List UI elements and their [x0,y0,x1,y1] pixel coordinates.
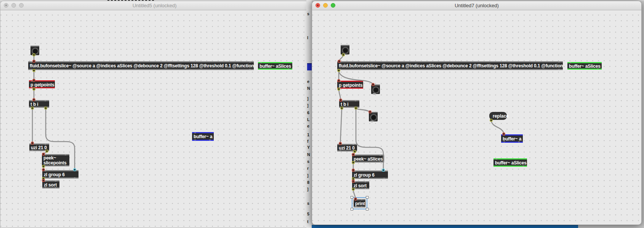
console-text-fragment: ] [307,173,309,178]
console-text-fragment: ] [307,103,309,108]
selection-handle[interactable] [366,208,368,210]
patcher-window-untitled7: Untitled7 (unlocked) fluid.bufonsetslice… [312,1,642,225]
console-text-fragment: t [307,219,309,224]
object-box-zl-group[interactable]: zl group 6 [352,171,388,179]
patcher-canvas[interactable]: fluid.bufonsetslice~ @source a @indices … [312,10,641,225]
console-text-fragment: Y [307,145,310,150]
patch-cord[interactable] [491,120,504,134]
object-box-peek-aslices[interactable]: peek~ aSlices [352,155,384,163]
peek-line2: slicepoints [43,160,66,166]
patch-cord[interactable] [353,151,355,155]
patch-cord[interactable] [339,54,343,61]
object-box-uzi[interactable]: uzi 21 0 [337,144,357,151]
window-title: Untitled7 (unlocked) [312,3,641,8]
console-text-fragment: l [307,35,308,40]
bang-circle-icon [32,48,39,55]
peek-line1: peek~ [43,155,56,161]
bang-button[interactable] [371,85,380,94]
console-text-fragment: e [307,79,309,84]
console-text-fragment: ] [307,96,309,101]
patcher-canvas[interactable]: fluid.bufonsetslice~ @source a @indices … [0,10,309,228]
console-text-fragment: 5 [307,212,309,216]
object-box-buffer-aslices[interactable]: buffer~ aSlices [258,62,292,70]
titlebar[interactable]: Untitled5 (unlocked) [0,1,309,10]
object-box-zl-sort[interactable]: zl sort [352,181,369,189]
object-box-p-getpoints[interactable]: p getpoints [337,81,363,89]
console-text-fragment: e [307,124,309,128]
bang-circle-icon [372,86,380,94]
object-box-fluid-bufonsetslice[interactable]: fluid.bufonsetslice~ @source a @indices … [337,61,563,70]
console-text-fragment: 8 [307,180,309,185]
background-window-blue-bar [307,225,578,228]
bang-circle-icon [342,47,349,54]
console-text-fragment: f [307,139,309,143]
object-box-uzi[interactable]: uzi 21 0 [29,143,49,151]
console-window-sliver: sleN]]6Le1fYNsr]8]s5t [306,0,312,228]
selection-handle[interactable] [366,196,368,199]
console-text-fragment: 6 [307,110,309,115]
object-box-print[interactable]: print [354,199,365,207]
selection-frame[interactable]: print [352,197,367,209]
message-box-replace[interactable]: replace [489,112,507,120]
titlebar[interactable]: Untitled7 (unlocked) [312,1,641,10]
selection-handle[interactable] [351,208,353,210]
selection-handle[interactable] [351,196,353,199]
bang-button[interactable] [369,112,378,121]
patch-cord[interactable] [356,108,370,112]
patcher-window-untitled5: Untitled5 (unlocked) fluid.bufonsetslice… [0,1,309,228]
object-box-buffer-aslices[interactable]: buffer~ aSlices [493,158,527,167]
object-box-buffer-aslices[interactable]: buffer~ aSlices [567,62,602,70]
object-box-t-b-i[interactable]: t b i [29,100,49,108]
console-text-fragment: ] [307,187,309,191]
console-blue-item-sliver [307,63,312,70]
object-box-fluid-bufonsetslice[interactable]: fluid.bufonsetslice~ @source a @indices … [28,61,254,70]
patch-cord[interactable] [340,108,342,144]
console-text-fragment: s [307,201,309,206]
object-box-p-getpoints[interactable]: p getpoints [29,80,55,88]
patch-cords[interactable] [0,10,309,228]
bang-circle-icon [370,114,377,121]
window-title: Untitled5 (unlocked) [0,3,309,8]
console-text-fragment: N [307,152,310,157]
object-box-buffer-a[interactable]: buffer~ a [192,132,214,141]
object-box-zl-sort[interactable]: zl sort [42,180,59,188]
patch-cord[interactable] [339,89,341,100]
console-text-fragment: 1 [307,132,309,137]
object-box-buffer-a[interactable]: buffer~ a [501,134,523,143]
object-box-t-b-i[interactable]: t b i [339,100,359,108]
bang-button[interactable] [341,45,349,54]
console-text-fragment: L [307,117,309,122]
console-text-fragment: s [307,159,309,164]
patch-cord[interactable] [43,151,47,154]
console-text-fragment: s [307,11,309,16]
object-box-zl-group[interactable]: zl group 6 [42,170,78,179]
console-text-fragment: r [307,166,309,171]
bang-button[interactable] [30,46,39,55]
console-text-fragment: N [307,86,310,91]
patch-cords[interactable] [312,10,641,225]
object-box-peek-slicepoints[interactable]: peek~slicepoints [42,154,69,166]
